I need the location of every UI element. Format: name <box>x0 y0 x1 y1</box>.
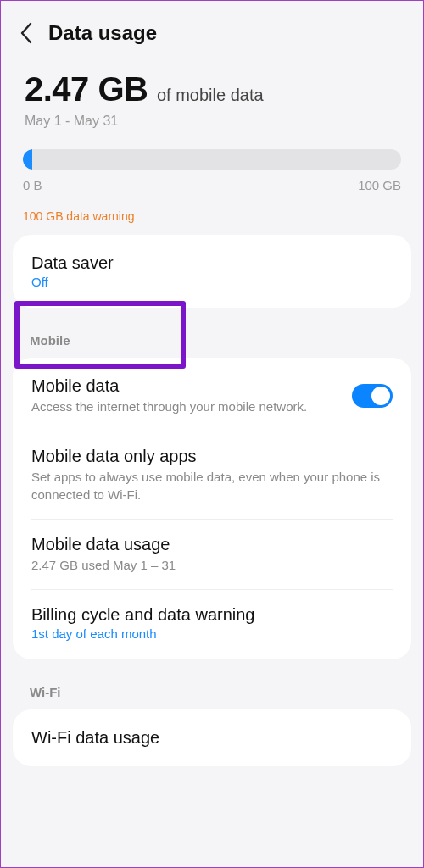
mobile-data-title: Mobile data <box>31 376 340 396</box>
usage-amount: 2.47 GB <box>25 70 148 108</box>
mobile-data-usage-title: Mobile data usage <box>31 535 381 554</box>
data-warning-text: 100 GB data warning <box>23 209 416 223</box>
usage-summary: 2.47 GB of mobile data May 1 - May 31 <box>8 64 416 129</box>
data-saver-row[interactable]: Data saver Off <box>31 238 393 304</box>
data-saver-status: Off <box>31 275 381 289</box>
mobile-section-header: Mobile <box>8 308 416 358</box>
usage-label: of mobile data <box>157 86 264 104</box>
back-icon[interactable] <box>20 22 33 44</box>
mobile-only-apps-title: Mobile data only apps <box>31 447 381 466</box>
mobile-data-desc: Access the internet through your mobile … <box>31 398 340 415</box>
data-saver-title: Data saver <box>31 253 381 273</box>
billing-cycle-title: Billing cycle and data warning <box>31 605 381 625</box>
mobile-data-row[interactable]: Mobile data Access the internet through … <box>31 361 393 431</box>
mobile-data-toggle[interactable] <box>352 384 393 408</box>
usage-bar <box>23 149 401 170</box>
mobile-data-usage-row[interactable]: Mobile data usage 2.47 GB used May 1 – 3… <box>31 520 393 590</box>
mobile-only-apps-desc: Set apps to always use mobile data, even… <box>31 469 381 504</box>
usage-date-range: May 1 - May 31 <box>25 114 399 129</box>
usage-bar-fill <box>23 149 32 170</box>
usage-max-label: 100 GB <box>358 178 401 192</box>
billing-cycle-sub: 1st day of each month <box>31 626 381 641</box>
wifi-data-usage-row[interactable]: Wi-Fi data usage <box>31 713 393 763</box>
mobile-only-apps-row[interactable]: Mobile data only apps Set apps to always… <box>31 431 393 520</box>
mobile-data-usage-desc: 2.47 GB used May 1 – 31 <box>31 557 381 574</box>
wifi-data-usage-title: Wi-Fi data usage <box>31 728 381 748</box>
billing-cycle-row[interactable]: Billing cycle and data warning 1st day o… <box>31 590 393 656</box>
usage-min-label: 0 B <box>23 178 42 192</box>
wifi-section-header: Wi-Fi <box>8 659 416 709</box>
page-title: Data usage <box>48 21 157 45</box>
